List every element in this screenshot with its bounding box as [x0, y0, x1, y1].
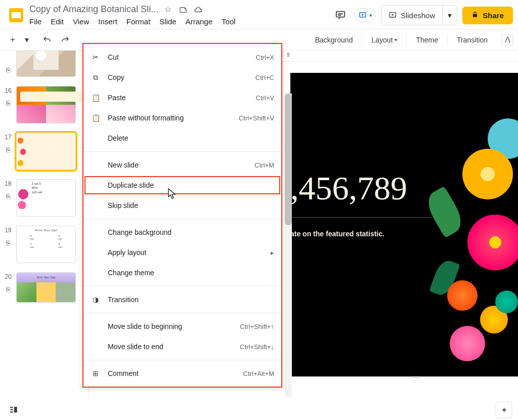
slide-thumb-15[interactable] — [16, 51, 76, 77]
context-menu: ✂CutCtrl+X ⧉CopyCtrl+C 📋PasteCtrl+V 📋Pas… — [82, 43, 282, 388]
ctx-paste-wf[interactable]: 📋Paste without formattingCtrl+Shift+V — [83, 108, 281, 128]
svg-rect-6 — [10, 407, 13, 408]
slideshow-caret-icon[interactable]: ▾ — [442, 6, 457, 25]
ctx-change-theme[interactable]: Change theme — [83, 263, 281, 283]
slide-thumb-17[interactable]: 123,456 — [16, 133, 76, 170]
ctx-delete[interactable]: Delete — [83, 128, 281, 148]
redo-button[interactable] — [58, 32, 73, 48]
menu-tools[interactable]: Tool — [222, 17, 236, 26]
present-upload-button[interactable]: ▾ — [355, 8, 376, 22]
slide-number: 18 — [5, 180, 11, 187]
slide-number: 17 — [5, 134, 11, 141]
slide-number: 16 — [5, 87, 11, 94]
linked-icon: ⎘ — [6, 99, 10, 107]
ctx-copy[interactable]: ⧉CopyCtrl+C — [83, 67, 281, 88]
ctx-skip-slide[interactable]: Skip slide — [83, 195, 281, 216]
flower-decoration — [412, 93, 518, 366]
vertical-scrollbar[interactable] — [285, 94, 292, 397]
ctx-duplicate-slide[interactable]: Duplicate slide — [83, 175, 281, 195]
ctx-move-begin[interactable]: Move slide to beginningCtrl+Shift+↑ — [83, 316, 281, 337]
undo-button[interactable] — [39, 32, 55, 48]
slide-thumb-19[interactable]: Write Your Topi ✦xxx✦xxx✦xxx✦xxx — [16, 226, 76, 263]
transition-icon: ◑ — [91, 296, 101, 304]
main-slide[interactable]: ,456,789 ate on the featured statistic. — [290, 73, 518, 376]
ctx-new-slide[interactable]: New slideCtrl+M — [83, 155, 281, 175]
svg-rect-5 — [473, 14, 477, 17]
menu-file[interactable]: File — [29, 17, 41, 26]
comment-icon: ⊞ — [91, 369, 101, 377]
slide-number: 20 — [5, 273, 11, 280]
svg-rect-2 — [336, 12, 345, 17]
ctx-change-bg[interactable]: Change background — [83, 222, 281, 242]
linked-icon: ⎘ — [6, 239, 10, 247]
app-logo[interactable] — [5, 4, 27, 26]
menu-bar: File Edit View Insert Format Slide Arran… — [29, 17, 331, 29]
chevron-down-icon: ▾ — [395, 37, 397, 43]
explore-icon[interactable]: ✦ — [496, 402, 512, 418]
svg-rect-8 — [10, 411, 13, 412]
expand-panel-icon[interactable]: ᐱ — [502, 34, 513, 46]
move-icon[interactable] — [179, 5, 188, 14]
cursor-icon — [168, 188, 177, 199]
menu-slide[interactable]: Slide — [159, 17, 176, 26]
paste-plain-icon: 📋 — [91, 114, 101, 122]
ctx-paste[interactable]: 📋PasteCtrl+V — [83, 88, 281, 108]
layout-button[interactable]: Layout▾ — [365, 33, 403, 47]
menu-arrange[interactable]: Arrange — [186, 17, 212, 26]
svg-rect-7 — [10, 409, 13, 410]
linked-icon: ⎘ — [6, 192, 10, 200]
linked-icon: ⎘ — [6, 146, 10, 154]
menu-format[interactable]: Format — [126, 17, 151, 26]
share-button[interactable]: Share — [462, 7, 513, 24]
filmstrip-highlight — [20, 92, 82, 102]
theme-button[interactable]: Theme — [410, 33, 444, 47]
chevron-down-icon[interactable]: ▾ — [369, 12, 372, 19]
chevron-right-icon: ▸ — [271, 249, 274, 257]
linked-icon: ⎘ — [6, 285, 10, 293]
ctx-transition[interactable]: ◑Transition — [83, 289, 281, 310]
comments-icon[interactable] — [331, 6, 350, 24]
notes-drag-handle[interactable] — [406, 376, 426, 380]
new-slide-button[interactable]: ＋ — [5, 32, 20, 48]
filmstrip[interactable]: 15⎘ 16⎘ 17⎘ 123,456 18⎘ 2 out 595%123 mi… — [0, 51, 89, 401]
copy-icon: ⧉ — [91, 73, 101, 82]
menu-edit[interactable]: Edit — [51, 17, 64, 26]
slideshow-button[interactable]: Slideshow ▾ — [381, 5, 457, 25]
header: Copy of Amazing Botanical Sli... ☆ File … — [0, 0, 518, 29]
cloud-icon[interactable] — [194, 5, 203, 14]
doc-title[interactable]: Copy of Amazing Botanical Sli... — [29, 4, 158, 15]
footer: ✦ — [0, 400, 518, 420]
star-icon[interactable]: ☆ — [163, 5, 172, 14]
slide-number: 19 — [5, 227, 11, 234]
slide-thumb-18[interactable]: 2 out 595%123 mill — [16, 179, 76, 217]
ctx-comment[interactable]: ⊞CommentCtrl+Alt+M — [83, 363, 281, 384]
ctx-cut[interactable]: ✂CutCtrl+X — [83, 47, 281, 67]
slide-subtext: ate on the featured statistic. — [290, 230, 384, 238]
paste-icon: 📋 — [91, 94, 101, 102]
new-slide-caret-icon[interactable]: ▾ — [23, 32, 30, 48]
lock-icon — [471, 11, 479, 20]
ctx-move-end[interactable]: Move slide to endCtrl+Shift+↓ — [83, 337, 281, 357]
ctx-apply-layout[interactable]: Apply layout▸ — [83, 242, 281, 263]
linked-icon: ⎘ — [6, 66, 10, 74]
transition-button[interactable]: Transition — [451, 33, 494, 47]
grid-view-icon[interactable] — [6, 402, 21, 417]
menu-view[interactable]: View — [73, 17, 89, 26]
background-button[interactable]: Background — [309, 33, 359, 47]
menu-insert[interactable]: Insert — [98, 17, 117, 26]
cut-icon: ✂ — [91, 53, 101, 61]
svg-rect-9 — [14, 407, 17, 412]
slide-big-number: ,456,789 — [290, 169, 407, 207]
slide-thumb-20[interactable]: Write Your Topi — [16, 272, 76, 303]
svg-rect-1 — [12, 12, 21, 18]
